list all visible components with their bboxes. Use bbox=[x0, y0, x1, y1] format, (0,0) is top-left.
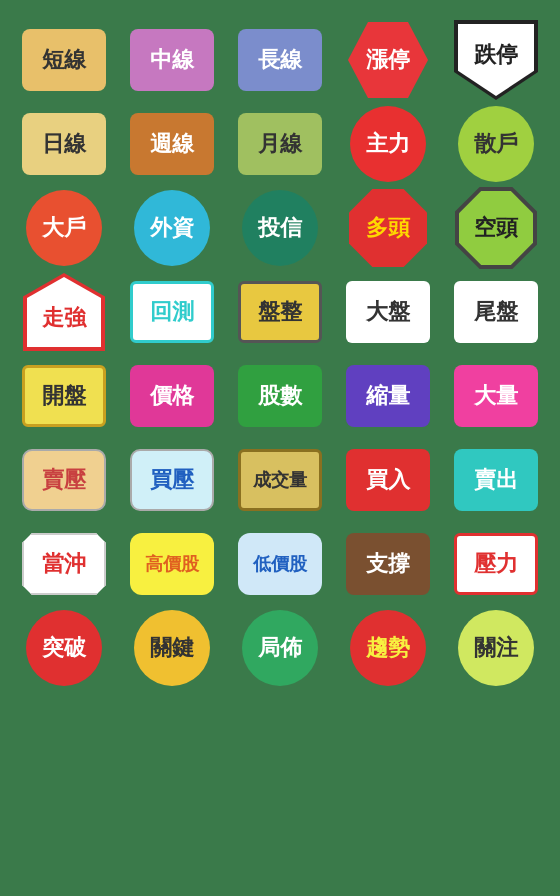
badge-item: 低價股 bbox=[230, 526, 330, 602]
badge-label: 大戶 bbox=[42, 213, 86, 243]
badge-item: 空頭 bbox=[446, 190, 546, 266]
badge-label: 賣出 bbox=[474, 465, 518, 495]
badge-label: 壓力 bbox=[474, 549, 518, 579]
badge-label: 週線 bbox=[150, 129, 194, 159]
badge-item: 大戶 bbox=[14, 190, 114, 266]
badge-label: 大盤 bbox=[366, 297, 410, 327]
badge-shape: 股數 bbox=[238, 365, 322, 427]
badge-shape: 外資 bbox=[134, 190, 210, 266]
badge-label: 中線 bbox=[150, 45, 194, 75]
badge-shape: 回測 bbox=[130, 281, 214, 343]
badge-item: 日線 bbox=[14, 106, 114, 182]
badge-shape: 突破 bbox=[26, 610, 102, 686]
badge-item: 趨勢 bbox=[338, 610, 438, 686]
badge-item: 外資 bbox=[122, 190, 222, 266]
badge-item: 縮量 bbox=[338, 358, 438, 434]
badge-item: 關注 bbox=[446, 610, 546, 686]
badge-item: 週線 bbox=[122, 106, 222, 182]
badge-label: 跌停 bbox=[474, 40, 518, 70]
badge-label: 走強 bbox=[42, 303, 86, 333]
badge-label: 縮量 bbox=[366, 381, 410, 411]
badge-item: 走強 bbox=[14, 274, 114, 350]
badge-label: 月線 bbox=[258, 129, 302, 159]
badge-shape: 局佈 bbox=[242, 610, 318, 686]
badge-shape: 買入 bbox=[346, 449, 430, 511]
badge-item: 盤整 bbox=[230, 274, 330, 350]
badge-item: 突破 bbox=[14, 610, 114, 686]
badge-label: 成交量 bbox=[253, 468, 307, 492]
badge-shape: 價格 bbox=[130, 365, 214, 427]
badge-item: 尾盤 bbox=[446, 274, 546, 350]
badge-shape: 散戶 bbox=[458, 106, 534, 182]
badge-shape: 支撐 bbox=[346, 533, 430, 595]
badge-shape: 大戶 bbox=[26, 190, 102, 266]
badge-label: 低價股 bbox=[253, 552, 307, 576]
badge-label: 盤整 bbox=[258, 297, 302, 327]
badge-label: 回測 bbox=[150, 297, 194, 327]
badge-shape: 主力 bbox=[350, 106, 426, 182]
badge-shape: 買壓 bbox=[130, 449, 214, 511]
badge-label: 股數 bbox=[258, 381, 302, 411]
badge-item: 買壓 bbox=[122, 442, 222, 518]
badge-item: 關鍵 bbox=[122, 610, 222, 686]
badge-label: 空頭 bbox=[474, 213, 518, 243]
badge-label: 趨勢 bbox=[366, 633, 410, 663]
badge-label: 長線 bbox=[258, 45, 302, 75]
badge-label: 買入 bbox=[366, 465, 410, 495]
badge-item: 賣出 bbox=[446, 442, 546, 518]
badge-shape: 投信 bbox=[242, 190, 318, 266]
badge-shape: 大量 bbox=[454, 365, 538, 427]
badge-item: 多頭 bbox=[338, 190, 438, 266]
badge-label: 突破 bbox=[42, 633, 86, 663]
badge-item: 成交量 bbox=[230, 442, 330, 518]
badge-label: 散戶 bbox=[474, 129, 518, 159]
badge-shape: 漲停 bbox=[348, 22, 428, 98]
badge-label: 漲停 bbox=[366, 45, 410, 75]
badge-shape: 縮量 bbox=[346, 365, 430, 427]
badge-item: 股數 bbox=[230, 358, 330, 434]
badge-item: 跌停 bbox=[446, 22, 546, 98]
badge-item: 短線 bbox=[14, 22, 114, 98]
badge-label: 尾盤 bbox=[474, 297, 518, 327]
badge-label: 開盤 bbox=[42, 381, 86, 411]
badge-shape: 長線 bbox=[238, 29, 322, 91]
badge-shape: 尾盤 bbox=[454, 281, 538, 343]
badge-shape: 賣出 bbox=[454, 449, 538, 511]
badge-item: 大量 bbox=[446, 358, 546, 434]
badge-item: 壓力 bbox=[446, 526, 546, 602]
badge-label: 關鍵 bbox=[150, 633, 194, 663]
badge-shape: 關注 bbox=[458, 610, 534, 686]
badge-label: 高價股 bbox=[145, 552, 199, 576]
badge-shape: 大盤 bbox=[346, 281, 430, 343]
badge-item: 月線 bbox=[230, 106, 330, 182]
badge-shape: 中線 bbox=[130, 29, 214, 91]
badge-item: 投信 bbox=[230, 190, 330, 266]
badge-item: 支撐 bbox=[338, 526, 438, 602]
badge-label: 價格 bbox=[150, 381, 194, 411]
badge-item: 高價股 bbox=[122, 526, 222, 602]
badge-label: 支撐 bbox=[366, 549, 410, 579]
badge-item: 漲停 bbox=[338, 22, 438, 98]
badge-item: 散戶 bbox=[446, 106, 546, 182]
badge-shape: 短線 bbox=[22, 29, 106, 91]
badge-shape: 日線 bbox=[22, 113, 106, 175]
badge-item: 主力 bbox=[338, 106, 438, 182]
badge-item: 價格 bbox=[122, 358, 222, 434]
badge-label: 賣壓 bbox=[42, 465, 86, 495]
badge-shape: 盤整 bbox=[238, 281, 322, 343]
badge-shape: 當沖 bbox=[22, 533, 106, 595]
badge-shape: 成交量 bbox=[238, 449, 322, 511]
badge-shape: 趨勢 bbox=[350, 610, 426, 686]
badge-label: 關注 bbox=[474, 633, 518, 663]
badge-shape: 月線 bbox=[238, 113, 322, 175]
badge-item: 長線 bbox=[230, 22, 330, 98]
badge-label: 日線 bbox=[42, 129, 86, 159]
badge-label: 投信 bbox=[258, 213, 302, 243]
badge-shape: 週線 bbox=[130, 113, 214, 175]
badge-item: 賣壓 bbox=[14, 442, 114, 518]
badge-item: 買入 bbox=[338, 442, 438, 518]
badge-label: 外資 bbox=[150, 213, 194, 243]
badge-item: 回測 bbox=[122, 274, 222, 350]
badge-item: 局佈 bbox=[230, 610, 330, 686]
badge-label: 大量 bbox=[474, 381, 518, 411]
